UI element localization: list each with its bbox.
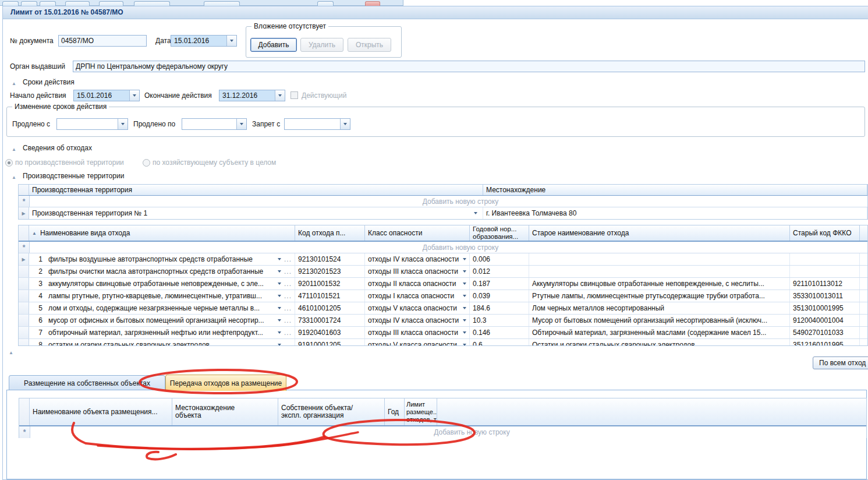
location-cell[interactable]: г. Ивантеевка Толмачева 80	[483, 207, 867, 219]
row-selector-cell[interactable]	[19, 327, 29, 338]
add-row-text[interactable]: Добавить новую строку	[388, 197, 498, 206]
col-object-location-header[interactable]: Местонахождение объекта	[172, 398, 278, 425]
old-code-cell[interactable]: 3512160101995	[790, 339, 860, 346]
old-name-cell[interactable]: Аккумуляторы свинцовые отработанные непо…	[529, 278, 790, 290]
browse-icon[interactable]: ...	[284, 304, 292, 312]
chevron-down-icon[interactable]	[275, 90, 285, 101]
col-hazard-class-header[interactable]: Класс опасности	[365, 225, 470, 241]
hazard-class-cell[interactable]: отходы IV класса опасности	[365, 315, 470, 326]
dropdown-icon[interactable]	[278, 307, 281, 309]
collapse-icon[interactable]: ▲	[12, 79, 16, 87]
old-name-cell[interactable]: Ртутные лампы, люминесцентные ртутьсодер…	[529, 290, 790, 302]
dropdown-icon[interactable]	[278, 295, 281, 297]
chevron-down-icon[interactable]	[226, 36, 236, 46]
old-name-cell[interactable]: Обтирочный материал, загрязненный маслам…	[529, 327, 790, 338]
dropdown-icon[interactable]	[463, 344, 466, 346]
waste-name-cell[interactable]: 3 аккумуляторы свинцовые отработанные не…	[29, 278, 295, 290]
dropdown-icon[interactable]	[278, 270, 281, 273]
hazard-class-cell[interactable]: отходы IV класса опасности	[365, 253, 470, 265]
collapse-grid-icon[interactable]: ▲	[9, 348, 13, 356]
dropdown-icon[interactable]	[278, 258, 281, 260]
old-name-cell[interactable]: Мусор от бытовых помещений организаций н…	[529, 315, 790, 326]
tab-transfer[interactable]: Передача отходов на размещение	[165, 375, 286, 391]
date-combo[interactable]: 15.01.2016	[171, 35, 237, 47]
waste-code-cell[interactable]: 92130101524	[295, 253, 365, 265]
chevron-down-icon[interactable]	[236, 119, 246, 129]
browse-icon[interactable]: ...	[284, 341, 292, 346]
dropdown-icon[interactable]	[278, 283, 281, 285]
annual-norm-cell[interactable]: 0.187	[470, 278, 529, 290]
dropdown-icon[interactable]	[278, 344, 281, 346]
waste-row[interactable]: 5 лом и отходы, содержащие незагрязненны…	[19, 302, 867, 315]
waste-code-cell[interactable]: 46101001205	[295, 302, 365, 314]
old-name-cell[interactable]: Остатки и огарки стальных сварочных элек…	[529, 339, 790, 346]
prolonged-to-combo[interactable]	[182, 118, 247, 130]
old-name-cell[interactable]	[529, 266, 790, 277]
annual-norm-cell[interactable]: 0.6	[470, 339, 529, 346]
waste-name-cell[interactable]: 8 остатки и огарки стальных сварочных эл…	[29, 339, 295, 346]
waste-row[interactable]: 4 лампы ртутные, ртутно-кварцевые, люмин…	[19, 290, 867, 302]
hazard-class-cell[interactable]: отходы III класса опасности	[365, 266, 470, 277]
add-row-text[interactable]: Добавить новую строку	[388, 243, 498, 252]
row-selector-cell[interactable]	[19, 290, 29, 302]
browse-icon[interactable]: ...	[284, 329, 292, 337]
annual-norm-cell[interactable]: 10.3	[470, 315, 529, 326]
hazard-class-cell[interactable]: отходы III класса опасности	[365, 327, 470, 338]
old-name-cell[interactable]	[529, 253, 790, 265]
waste-row[interactable]: 8 остатки и огарки стальных сварочных эл…	[19, 339, 867, 346]
tab-own-objects[interactable]: Размещение на собственных объектах	[9, 375, 165, 390]
chevron-down-icon[interactable]	[129, 90, 139, 101]
row-selector-cell[interactable]	[19, 315, 29, 326]
old-code-cell[interactable]: 3513010001995	[790, 302, 860, 314]
browse-icon[interactable]: ...	[284, 267, 292, 276]
col-owner-header[interactable]: Собственник объекта/ экспл. организация	[278, 398, 385, 425]
territories-add-row[interactable]: * Добавить новую строку	[19, 196, 867, 207]
waste-code-cell[interactable]: 91920401603	[295, 327, 365, 338]
waste-row[interactable]: ▶ 1 фильтры воздушные автотранспортных с…	[19, 253, 867, 266]
waste-name-cell[interactable]: 5 лом и отходы, содержащие незагрязненны…	[29, 302, 295, 314]
chevron-down-icon[interactable]	[340, 119, 350, 129]
browse-icon[interactable]: ...	[284, 255, 292, 263]
waste-code-cell[interactable]: 47110101521	[295, 290, 365, 302]
old-code-cell[interactable]	[790, 253, 860, 265]
annual-norm-cell[interactable]: 0.146	[470, 327, 529, 338]
validity-start-combo[interactable]: 15.01.2016	[73, 90, 140, 101]
col-waste-name-header[interactable]: ▲ Наименование вида отхода	[29, 225, 295, 241]
col-location-header[interactable]: Местонахождение	[483, 185, 867, 195]
col-territory-header[interactable]: Производственная территория	[29, 185, 483, 195]
col-limit-header[interactable]: Лимит размеще... отходов, т.	[405, 398, 437, 425]
row-expander-icon[interactable]: ▶	[19, 253, 29, 265]
old-code-cell[interactable]: 5490270101033	[790, 327, 860, 338]
annual-norm-cell[interactable]: 0.006	[470, 253, 529, 265]
hazard-class-cell[interactable]: отходы II класса опасности	[365, 278, 470, 290]
waste-code-cell[interactable]: 92011001532	[295, 278, 365, 290]
waste-row[interactable]: 7 обтирочный материал, загрязненный нефт…	[19, 327, 867, 339]
validity-end-combo[interactable]: 31.12.2016	[219, 90, 285, 101]
row-selector-cell[interactable]	[19, 278, 29, 290]
row-selector-cell[interactable]	[19, 302, 29, 314]
col-year-header[interactable]: Год	[385, 398, 405, 425]
all-waste-button[interactable]: По всем отход	[813, 357, 868, 369]
ban-from-combo[interactable]	[284, 118, 350, 130]
territories-row[interactable]: ▶ Производственная территория № 1 г. Ива…	[19, 207, 867, 220]
dropdown-icon[interactable]	[463, 258, 466, 260]
waste-code-cell[interactable]: 73310001724	[295, 315, 365, 326]
old-code-cell[interactable]: 3533010013011	[790, 290, 860, 302]
waste-row[interactable]: 2 фильтры очистки масла автотранспортных…	[19, 266, 867, 278]
waste-name-cell[interactable]: 1 фильтры воздушные автотранспортных сре…	[29, 253, 295, 265]
dropdown-icon[interactable]	[278, 319, 281, 322]
browse-icon[interactable]: ...	[284, 280, 292, 288]
hazard-class-cell[interactable]: отходы I класса опасности	[365, 290, 470, 302]
waste-name-cell[interactable]: 4 лампы ртутные, ртутно-кварцевые, люмин…	[29, 290, 295, 302]
dropdown-icon[interactable]	[463, 307, 466, 309]
col-old-code-header[interactable]: Старый код ФККО	[790, 225, 860, 241]
waste-row[interactable]: 3 аккумуляторы свинцовые отработанные не…	[19, 278, 867, 290]
annual-norm-cell[interactable]: 0.039	[470, 290, 529, 302]
row-selector-cell[interactable]	[19, 266, 29, 277]
waste-code-cell[interactable]: 92130201523	[295, 266, 365, 277]
row-selector-cell[interactable]	[19, 339, 29, 346]
hazard-class-cell[interactable]: отходы V класса опасности	[365, 302, 470, 314]
old-code-cell[interactable]: 9120040001004	[790, 315, 860, 326]
col-waste-code-header[interactable]: Код отхода п...	[295, 225, 365, 241]
waste-name-cell[interactable]: 7 обтирочный материал, загрязненный нефт…	[29, 327, 295, 338]
